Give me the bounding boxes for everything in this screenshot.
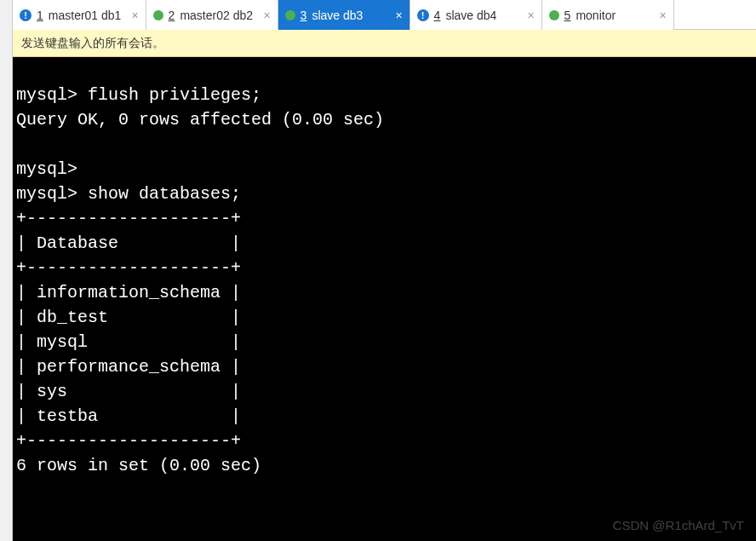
warning-icon: ! <box>417 9 429 21</box>
close-icon[interactable]: × <box>126 9 138 22</box>
warning-icon: ! <box>20 9 32 21</box>
tab-number: 5 <box>564 9 571 22</box>
tab-monitor[interactable]: 5 monitor× <box>542 0 674 30</box>
tab-number: 1 <box>37 9 43 22</box>
tab-bar: !1 master01 db1×2 master02 db2×3 slave d… <box>13 0 756 30</box>
close-icon[interactable]: × <box>654 9 666 22</box>
tab-label: slave db3 <box>312 9 363 22</box>
tab-label: master02 db2 <box>180 9 253 22</box>
tab-number: 4 <box>434 9 441 22</box>
tab-slave-db4[interactable]: !4 slave db4× <box>410 0 542 30</box>
tab-master02-db2[interactable]: 2 master02 db2× <box>146 0 278 30</box>
tab-label: monitor <box>576 9 616 22</box>
close-icon[interactable]: × <box>258 9 270 22</box>
close-icon[interactable]: × <box>522 9 534 22</box>
left-gutter <box>0 0 13 541</box>
close-icon[interactable]: × <box>390 9 402 22</box>
info-bar-text: 发送键盘输入的所有会话。 <box>21 36 164 51</box>
status-dot-icon <box>153 10 163 20</box>
tab-label: master01 db1 <box>49 9 122 22</box>
watermark: CSDN @R1chArd_TvT <box>613 518 744 532</box>
status-dot-icon <box>285 10 295 20</box>
info-bar: 发送键盘输入的所有会话。 <box>13 30 756 57</box>
tab-number: 2 <box>169 9 175 22</box>
tab-label: slave db4 <box>445 9 496 22</box>
terminal[interactable]: mysql> flush privileges; Query OK, 0 row… <box>13 57 756 541</box>
tab-slave-db3[interactable]: 3 slave db3× <box>278 0 410 30</box>
tab-number: 3 <box>301 9 307 22</box>
tab-master01-db1[interactable]: !1 master01 db1× <box>13 0 146 30</box>
status-dot-icon <box>549 10 559 20</box>
